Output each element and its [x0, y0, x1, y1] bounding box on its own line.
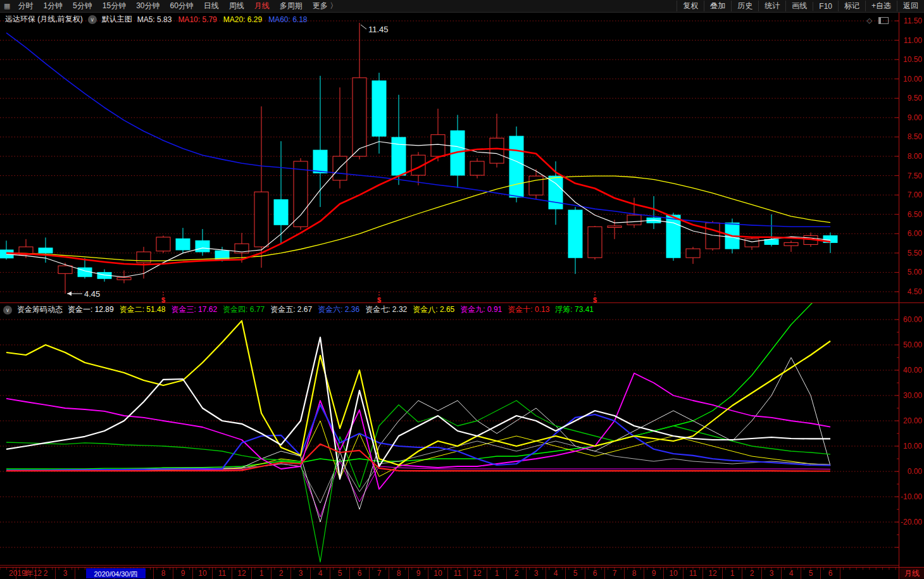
tool-item-1[interactable]: 叠加: [704, 1, 731, 11]
period-item-1[interactable]: 1分钟: [38, 1, 68, 11]
tool-item-7[interactable]: +自选: [865, 1, 897, 11]
fund-line-资金五: [6, 441, 830, 503]
diamond-icon[interactable]: ◇: [867, 16, 872, 25]
date-highlight[interactable]: 2020/04/30/四: [86, 568, 146, 578]
svg-text:2: 2: [44, 569, 48, 578]
candle-up[interactable]: [294, 161, 308, 227]
period-item-6[interactable]: 日线: [199, 1, 224, 11]
svg-text:4.45: 4.45: [84, 289, 100, 299]
svg-text:1: 1: [24, 569, 28, 578]
period-item-0[interactable]: 分时: [13, 1, 38, 11]
tool-item-6[interactable]: 标记: [838, 1, 865, 11]
candle-down[interactable]: [666, 215, 680, 258]
period-item-5[interactable]: 60分钟: [165, 1, 199, 11]
period-item-8[interactable]: 月线: [249, 1, 275, 11]
svg-text:12: 12: [237, 569, 246, 578]
svg-text:$: $: [161, 296, 165, 304]
candle-down[interactable]: [568, 210, 582, 258]
main-overlay-label[interactable]: 默认主图: [102, 14, 132, 25]
chevron-down-icon[interactable]: ∨: [3, 306, 12, 314]
fund-value-9: 资金十: 0.13: [508, 305, 549, 314]
candle-down[interactable]: [372, 81, 386, 136]
tool-item-3[interactable]: 统计: [758, 1, 785, 11]
svg-text:4: 4: [789, 569, 794, 578]
svg-text:10.00: 10.00: [903, 75, 922, 84]
candle-up[interactable]: [353, 78, 366, 156]
candle-down[interactable]: [509, 136, 523, 197]
candle-up[interactable]: [58, 266, 72, 273]
svg-text:7: 7: [613, 569, 617, 578]
svg-text:12: 12: [708, 569, 717, 578]
sub-chart-layer: [0, 285, 899, 562]
app-grid-icon[interactable]: ▦: [3, 2, 13, 10]
top-toolbar: ▦ 分时1分钟5分钟15分钟30分钟60分钟日线周线月线多周期更多 〉 复权叠加…: [0, 0, 924, 13]
svg-text:9.50: 9.50: [908, 94, 923, 103]
candle-up[interactable]: [627, 215, 641, 225]
svg-text:3: 3: [534, 569, 539, 578]
candle-up[interactable]: [254, 192, 268, 247]
svg-text:60.00: 60.00: [903, 315, 922, 324]
candle-down[interactable]: [176, 239, 190, 250]
candle-up[interactable]: [490, 138, 504, 163]
candle-up[interactable]: [686, 249, 700, 258]
candle-up[interactable]: [529, 176, 543, 195]
fund-value-1: 资金二: 51.48: [120, 305, 166, 314]
candle-down[interactable]: [39, 248, 53, 253]
svg-text:40.00: 40.00: [903, 366, 922, 375]
candle-up[interactable]: [745, 239, 759, 247]
period-item-2[interactable]: 5分钟: [68, 1, 97, 11]
candle-down[interactable]: [196, 240, 209, 252]
candle-down[interactable]: [313, 150, 327, 173]
candle-down[interactable]: [274, 199, 288, 225]
period-item-7[interactable]: 周线: [224, 1, 249, 11]
candle-up[interactable]: [470, 161, 484, 175]
candle-up[interactable]: [588, 227, 602, 258]
tool-item-5[interactable]: F10: [813, 2, 838, 11]
candle-up[interactable]: [156, 237, 170, 251]
candle-down[interactable]: [765, 239, 778, 244]
svg-text:7.00: 7.00: [908, 190, 923, 199]
svg-text:4.50: 4.50: [908, 287, 923, 296]
fund-line-资金二: [6, 321, 830, 465]
ma-value-0: MA5: 5.83: [137, 15, 172, 24]
fund-value-7: 资金八: 2.65: [413, 305, 454, 314]
tool-item-8[interactable]: 返回: [897, 1, 924, 11]
svg-text:8: 8: [397, 569, 401, 578]
fund-value-6: 资金七: 2.32: [365, 305, 407, 314]
fund-value-8: 资金九: 0.91: [460, 305, 502, 314]
svg-text:7.50: 7.50: [908, 171, 923, 180]
candle-up[interactable]: [784, 242, 798, 246]
candle-down[interactable]: [392, 137, 406, 175]
candle-up[interactable]: [431, 135, 445, 156]
svg-text:4: 4: [318, 569, 323, 578]
svg-text:4: 4: [554, 569, 558, 578]
svg-text:11: 11: [454, 569, 462, 578]
svg-text:11.00: 11.00: [904, 36, 922, 45]
tool-item-0[interactable]: 复权: [677, 1, 704, 11]
candle-up[interactable]: [117, 277, 131, 280]
period-item-10[interactable]: 更多 〉: [308, 1, 342, 11]
candle-down[interactable]: [549, 176, 563, 209]
svg-text:20.00: 20.00: [903, 416, 922, 425]
svg-text:11.50: 11.50: [904, 16, 922, 25]
candle-up[interactable]: [333, 156, 347, 180]
tool-item-2[interactable]: 历史: [731, 1, 758, 11]
chevron-down-icon[interactable]: ∨: [88, 15, 97, 24]
svg-text:9: 9: [416, 569, 421, 578]
svg-text:8.00: 8.00: [908, 152, 923, 161]
svg-text:7: 7: [377, 569, 382, 578]
period-item-4[interactable]: 30分钟: [131, 1, 165, 11]
indicator-title[interactable]: 资金筹码动态: [17, 304, 63, 315]
ma-values: MA5: 5.83MA10: 5.79MA20: 6.29MA60: 6.18: [137, 15, 314, 24]
period-item-3[interactable]: 15分钟: [97, 1, 131, 11]
svg-text:10: 10: [434, 569, 442, 578]
svg-text:11: 11: [689, 569, 697, 578]
fund-value-10: 浮筹: 73.41: [555, 305, 594, 314]
panel-layout-icon[interactable]: [878, 17, 889, 24]
candle-up[interactable]: [608, 226, 621, 227]
svg-text:$: $: [377, 296, 381, 304]
tool-item-4[interactable]: 画线: [785, 1, 813, 11]
svg-text:8: 8: [632, 569, 637, 578]
chart-canvas[interactable]: $$$11.454.4511.5011.0010.5010.009.509.00…: [0, 0, 924, 579]
period-item-9[interactable]: 多周期: [275, 1, 308, 11]
